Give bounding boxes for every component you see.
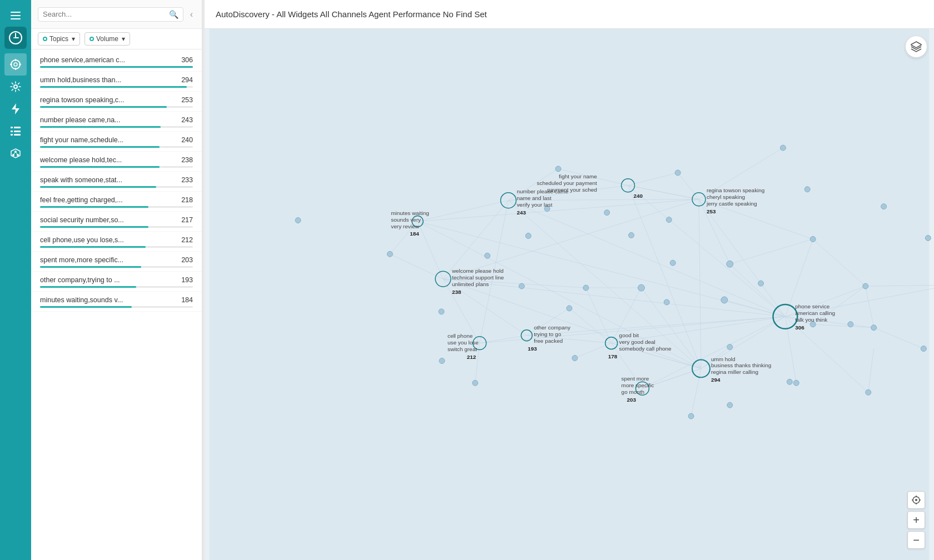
lightning-icon[interactable]: [4, 98, 27, 120]
topic-count: 212: [176, 236, 193, 244]
svg-marker-11: [12, 103, 19, 114]
svg-rect-0: [11, 12, 21, 13]
topic-bar: [40, 206, 148, 208]
topic-bar: [40, 286, 136, 288]
topic-count: 240: [176, 136, 193, 144]
svg-point-10: [14, 85, 17, 88]
svg-point-4: [11, 60, 20, 69]
map-controls: + −: [907, 491, 925, 549]
topic-list-item[interactable]: feel free,getting charged,...218: [31, 192, 202, 212]
topic-bar-bg: [40, 86, 193, 88]
topic-bar: [40, 246, 146, 248]
svg-point-98: [793, 380, 799, 386]
svg-point-126: [848, 322, 853, 327]
svg-point-129: [544, 206, 550, 212]
topic-bar: [40, 106, 167, 108]
topic-list-item[interactable]: spent more,more specific...203: [31, 252, 202, 272]
topic-list-item[interactable]: phone service,american c...306: [31, 52, 202, 72]
topic-count: 184: [176, 296, 193, 304]
topic-name: number please came,na...: [40, 116, 151, 124]
search-icon[interactable]: 🔍: [169, 10, 178, 19]
topic-bar-bg: [40, 286, 193, 288]
collapse-sidebar-button[interactable]: ‹: [188, 7, 195, 22]
svg-rect-13: [14, 127, 21, 128]
topic-list-item[interactable]: fight your name,schedule...240: [31, 132, 202, 152]
network-graph: phone service american calling talk you …: [205, 29, 934, 560]
topic-name: welcome please hold,tec...: [40, 156, 151, 164]
topic-bar-bg: [40, 66, 193, 68]
topic-bar: [40, 306, 132, 308]
menu-icon[interactable]: [4, 4, 27, 27]
topic-bar-bg: [40, 146, 193, 148]
topic-list-item[interactable]: social security number,so...217: [31, 212, 202, 232]
topic-list-item[interactable]: other company,trying to ...193: [31, 272, 202, 292]
svg-point-100: [780, 145, 786, 151]
svg-rect-15: [14, 131, 21, 132]
search-wrap[interactable]: 🔍: [38, 7, 183, 22]
topic-list-item[interactable]: number please came,na...243: [31, 112, 202, 132]
target-icon[interactable]: [4, 53, 27, 76]
svg-point-182: [915, 499, 917, 501]
topics-filter[interactable]: Topics ▾: [38, 32, 80, 46]
layers-button[interactable]: [905, 36, 927, 58]
svg-point-106: [555, 166, 561, 172]
gear-icon[interactable]: [4, 76, 27, 98]
svg-point-131: [439, 309, 444, 314]
topics-filter-label: Topics: [49, 35, 68, 43]
topic-bar: [40, 126, 161, 128]
topic-list-item[interactable]: minutes waiting,sounds v...184: [31, 292, 202, 312]
topic-count: 218: [176, 196, 193, 204]
topic-bar: [40, 146, 160, 148]
svg-point-111: [473, 380, 478, 386]
list-icon[interactable]: [4, 120, 27, 142]
svg-point-113: [727, 261, 733, 267]
svg-point-102: [727, 344, 733, 350]
topic-name: umm hold,business than...: [40, 76, 151, 84]
topic-name: fight your name,schedule...: [40, 136, 151, 144]
topic-count: 243: [176, 116, 193, 124]
topic-list-item[interactable]: welcome please hold,tec...238: [31, 152, 202, 172]
topic-bar: [40, 266, 141, 268]
svg-point-127: [525, 233, 531, 238]
topic-count: 193: [176, 276, 193, 284]
nav-rail: [0, 0, 31, 560]
topic-list-item[interactable]: speak with someone,stat...233: [31, 172, 202, 192]
topic-count: 306: [176, 56, 193, 64]
topic-bar-bg: [40, 266, 193, 268]
topic-count: 253: [176, 96, 193, 104]
filter-row: Topics ▾ Volume ▾: [31, 29, 202, 49]
search-input[interactable]: [43, 10, 169, 18]
topic-bar-bg: [40, 186, 193, 188]
svg-point-97: [863, 283, 868, 289]
main-content: AutoDiscovery - All Widgets All Channels…: [205, 0, 934, 560]
zoom-in-button[interactable]: +: [907, 511, 925, 529]
topic-bar-bg: [40, 106, 193, 108]
topic-list-item[interactable]: cell phone,use you lose,s...212: [31, 232, 202, 252]
topics-dot-icon: [43, 37, 47, 41]
topic-list-item[interactable]: umm hold,business than...294: [31, 72, 202, 92]
topic-bar-bg: [40, 246, 193, 248]
svg-point-130: [439, 358, 445, 364]
topic-bar: [40, 186, 156, 188]
topic-bar-bg: [40, 126, 193, 128]
svg-point-107: [387, 251, 393, 257]
zoom-out-button[interactable]: −: [907, 531, 925, 549]
app-logo[interactable]: [4, 27, 27, 49]
svg-rect-16: [11, 134, 13, 136]
topic-name: social security number,so...: [40, 216, 151, 224]
volume-filter[interactable]: Volume ▾: [85, 32, 130, 46]
svg-rect-2: [11, 18, 21, 19]
locate-button[interactable]: [907, 491, 925, 509]
topic-name: feel free,getting charged,...: [40, 196, 151, 204]
share-icon[interactable]: [4, 142, 27, 164]
sidebar-panel: 🔍 ‹ Topics ▾ Volume ▾ phone service,amer…: [31, 0, 202, 560]
svg-point-5: [14, 63, 17, 66]
page-title-text: AutoDiscovery - All Widgets All Channels…: [216, 9, 487, 19]
svg-point-118: [881, 204, 887, 209]
svg-point-135: [758, 281, 764, 286]
topic-list-item[interactable]: regina towson speaking,c...253: [31, 92, 202, 112]
topic-bar-bg: [40, 306, 193, 308]
graph-area[interactable]: phone service american calling talk you …: [205, 29, 934, 560]
topic-list: phone service,american c...306umm hold,b…: [31, 49, 202, 560]
svg-marker-180: [911, 42, 921, 48]
